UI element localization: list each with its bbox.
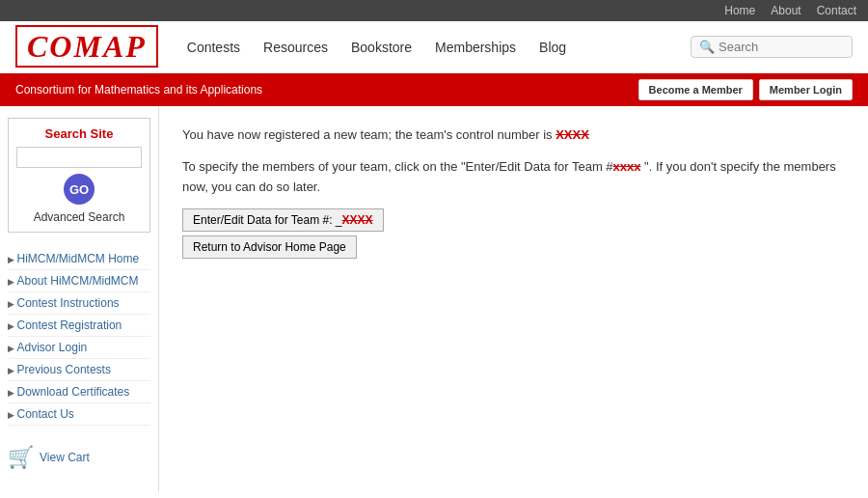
member-login-button[interactable]: Member Login — [759, 79, 853, 100]
btn1-prefix: Enter/Edit Data for Team #: _ — [193, 213, 342, 227]
enter-edit-team-button[interactable]: Enter/Edit Data for Team #: _XXXX — [182, 208, 384, 232]
btn1-redacted: XXXX — [342, 213, 373, 227]
header: COMAP Contests Resources Bookstore Membe… — [0, 21, 868, 73]
sidebar-item-himcm-home[interactable]: HiMCM/MidMCM Home — [8, 248, 150, 270]
advanced-search-link[interactable]: Advanced Search — [16, 210, 142, 224]
header-search-input[interactable] — [719, 40, 844, 54]
logo-text: COMAP — [15, 25, 158, 68]
sidebar-nav: HiMCM/MidMCM Home About HiMCM/MidMCM Con… — [8, 248, 150, 426]
banner-tagline: Consortium for Mathematics and its Appli… — [15, 83, 262, 97]
nav-memberships[interactable]: Memberships — [435, 40, 516, 55]
nav-bookstore[interactable]: Bookstore — [351, 40, 412, 55]
sidebar-item-contest-instructions[interactable]: Contest Instructions — [8, 292, 150, 315]
top-contact-link[interactable]: Contact — [817, 4, 856, 17]
sidebar-item-previous-contests[interactable]: Previous Contests — [8, 359, 150, 381]
content-buttons: Enter/Edit Data for Team #: _XXXX Return… — [182, 208, 845, 259]
search-site-input[interactable] — [16, 147, 142, 168]
nav-contests[interactable]: Contests — [187, 40, 240, 55]
sidebar-item-download-certificates[interactable]: Download Certificates — [8, 381, 150, 403]
sidebar-item-advisor-login[interactable]: Advisor Login — [8, 337, 150, 359]
top-about-link[interactable]: About — [771, 4, 800, 17]
line2-redacted: xxxx — [613, 159, 641, 174]
top-home-link[interactable]: Home — [724, 4, 755, 17]
registration-line1: You have now registered a new team; the … — [182, 125, 845, 146]
go-button[interactable]: GO — [64, 174, 95, 205]
view-cart-link[interactable]: 🛒 View Cart — [8, 441, 150, 474]
become-member-button[interactable]: Become a Member — [638, 79, 753, 100]
registration-line2: To specify the members of your team, cli… — [182, 157, 845, 198]
banner-buttons: Become a Member Member Login — [638, 79, 853, 100]
nav-resources[interactable]: Resources — [263, 40, 328, 55]
top-bar: Home About Contact — [0, 0, 868, 21]
line2-text: To specify the members of your team, cli… — [182, 159, 613, 174]
content-area: You have now registered a new team; the … — [159, 106, 868, 492]
main-nav: Contests Resources Bookstore Memberships… — [187, 40, 691, 55]
logo: COMAP — [15, 29, 158, 65]
sidebar-item-about-himcm[interactable]: About HiMCM/MidMCM — [8, 270, 150, 292]
red-banner: Consortium for Mathematics and its Appli… — [0, 73, 868, 106]
line1-redacted: XXXX — [556, 127, 589, 142]
sidebar-item-contest-registration[interactable]: Contest Registration — [8, 315, 150, 337]
sidebar: Search Site GO Advanced Search HiMCM/Mid… — [0, 106, 159, 492]
cart-icon: 🛒 — [8, 445, 34, 470]
view-cart-label: View Cart — [40, 451, 90, 464]
search-icon: 🔍 — [699, 40, 715, 54]
line1-prefix: You have now registered a new team; the … — [182, 127, 556, 142]
header-search-box: 🔍 — [691, 36, 853, 58]
sidebar-item-contact-us[interactable]: Contact Us — [8, 403, 150, 426]
search-site-title: Search Site — [16, 126, 142, 141]
nav-blog[interactable]: Blog — [539, 40, 566, 55]
return-advisor-home-button[interactable]: Return to Advisor Home Page — [182, 235, 357, 259]
search-site-box: Search Site GO Advanced Search — [8, 118, 150, 233]
main-layout: Search Site GO Advanced Search HiMCM/Mid… — [0, 106, 868, 492]
